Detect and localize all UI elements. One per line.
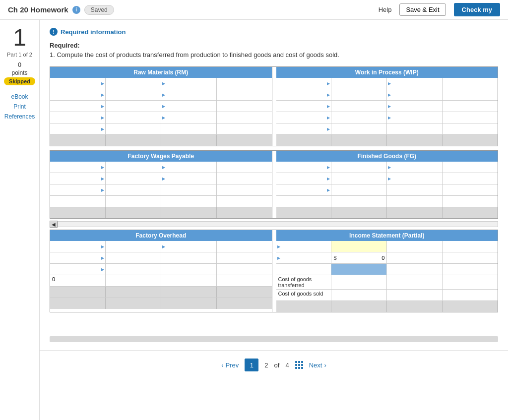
is-cell[interactable] <box>276 264 332 275</box>
fo-cell[interactable] <box>106 264 161 275</box>
fo-cell[interactable] <box>50 252 106 263</box>
fo-cell[interactable] <box>161 252 217 263</box>
fg-cell[interactable] <box>443 162 498 173</box>
rm-cell[interactable] <box>217 101 272 112</box>
fw-cell[interactable] <box>50 196 106 207</box>
fg-cell[interactable] <box>331 162 387 173</box>
wip-cell[interactable] <box>443 78 498 89</box>
fw-cell[interactable] <box>106 184 161 195</box>
rm-cell[interactable] <box>217 78 272 89</box>
wip-cell[interactable] <box>331 78 387 89</box>
wip-cell[interactable] <box>276 123 332 134</box>
references-link[interactable]: References <box>4 113 35 120</box>
wip-cell[interactable] <box>387 112 443 123</box>
fw-cell[interactable] <box>161 173 217 184</box>
fg-cell[interactable] <box>276 184 332 195</box>
fw-cell[interactable] <box>217 184 272 195</box>
fg-cell[interactable] <box>443 173 498 184</box>
fg-cell[interactable] <box>331 184 387 195</box>
info-icon[interactable]: i <box>72 6 80 14</box>
fo-cell[interactable] <box>161 264 217 275</box>
rm-cell[interactable] <box>50 78 106 89</box>
wip-cell[interactable] <box>331 123 387 134</box>
is-cell[interactable] <box>387 275 443 289</box>
next-button[interactable]: Next › <box>309 361 326 369</box>
ebook-link[interactable]: eBook <box>11 93 28 100</box>
fo-cell[interactable] <box>106 252 161 263</box>
wip-cell[interactable] <box>276 112 332 123</box>
wip-cell[interactable] <box>331 112 387 123</box>
rm-cell[interactable] <box>106 78 161 89</box>
fw-cell[interactable] <box>106 196 161 207</box>
is-cell[interactable] <box>387 241 443 252</box>
fo-cell[interactable] <box>217 275 272 286</box>
wip-cell[interactable] <box>443 123 498 134</box>
fg-cell[interactable] <box>387 184 443 195</box>
scroll-left-btn[interactable]: ◀ <box>50 221 58 228</box>
fo-cell[interactable] <box>50 264 106 275</box>
fw-cell[interactable] <box>106 173 161 184</box>
print-link[interactable]: Print <box>13 103 26 110</box>
fo-cell[interactable] <box>161 275 217 286</box>
is-dollar-input[interactable] <box>338 255 385 261</box>
rm-cell[interactable] <box>161 89 217 100</box>
is-cell[interactable] <box>387 252 443 263</box>
fw-cell[interactable] <box>161 196 217 207</box>
fw-cell[interactable] <box>217 173 272 184</box>
fg-cell[interactable] <box>331 173 387 184</box>
is-cell[interactable] <box>443 264 498 275</box>
fw-cell[interactable] <box>50 173 106 184</box>
fg-cell[interactable] <box>443 196 498 207</box>
fw-cell[interactable] <box>161 184 217 195</box>
is-cell[interactable] <box>443 275 498 289</box>
fw-cell[interactable] <box>161 162 217 173</box>
fo-cell[interactable] <box>106 275 161 286</box>
is-cell[interactable] <box>387 264 443 275</box>
wip-cell[interactable] <box>276 101 332 112</box>
fg-cell[interactable] <box>387 173 443 184</box>
save-exit-button[interactable]: Save & Exit <box>399 3 445 16</box>
fw-cell[interactable] <box>106 162 161 173</box>
is-cell[interactable] <box>443 241 498 252</box>
wip-cell[interactable] <box>387 89 443 100</box>
fw-cell[interactable] <box>50 184 106 195</box>
check-button[interactable]: Check my <box>454 3 500 16</box>
rm-cell[interactable] <box>50 112 106 123</box>
rm-cell[interactable] <box>161 101 217 112</box>
is-cell[interactable] <box>443 252 498 263</box>
is-cell[interactable] <box>387 290 443 300</box>
rm-cell[interactable] <box>217 89 272 100</box>
rm-cell[interactable] <box>217 112 272 123</box>
fg-cell[interactable] <box>443 184 498 195</box>
grid-view-icon[interactable] <box>295 361 303 369</box>
fg-cell[interactable] <box>387 196 443 207</box>
fo-cell[interactable] <box>50 275 106 286</box>
fo-cell[interactable] <box>217 241 272 252</box>
prev-button[interactable]: ‹ Prev <box>221 361 239 369</box>
fo-cell[interactable] <box>161 241 217 252</box>
is-cell[interactable] <box>276 241 332 252</box>
is-cell[interactable] <box>276 252 332 263</box>
fg-cell[interactable] <box>276 173 332 184</box>
horizontal-scrollbar[interactable] <box>58 221 498 227</box>
wip-cell[interactable] <box>443 112 498 123</box>
fg-cell[interactable] <box>331 196 387 207</box>
page-2[interactable]: 2 <box>264 361 268 369</box>
wip-cell[interactable] <box>387 101 443 112</box>
rm-cell[interactable] <box>161 112 217 123</box>
wip-cell[interactable] <box>387 123 443 134</box>
rm-cell[interactable] <box>161 123 217 134</box>
is-cell-yellow[interactable] <box>331 241 387 252</box>
is-cost-sold-value[interactable] <box>331 290 387 300</box>
rm-cell[interactable] <box>50 123 106 134</box>
fo-cell[interactable] <box>217 264 272 275</box>
fg-cell[interactable] <box>276 196 332 207</box>
fw-cell[interactable] <box>50 162 106 173</box>
fo-cell[interactable] <box>106 241 161 252</box>
fo-cell[interactable] <box>217 252 272 263</box>
fg-cell[interactable] <box>387 162 443 173</box>
is-cell[interactable] <box>443 290 498 300</box>
rm-cell[interactable] <box>217 123 272 134</box>
wip-cell[interactable] <box>387 78 443 89</box>
rm-cell[interactable] <box>106 123 161 134</box>
